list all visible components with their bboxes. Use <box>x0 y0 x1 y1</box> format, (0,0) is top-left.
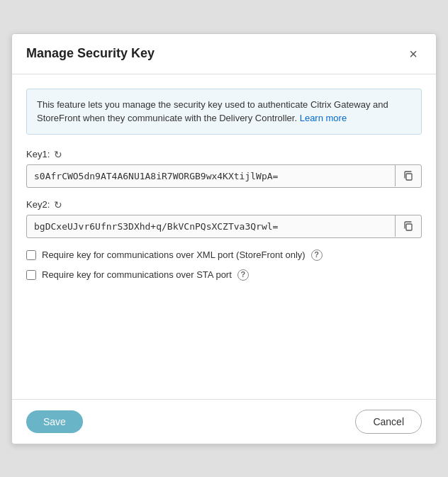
xml-port-label[interactable]: Require key for communications over XML … <box>42 249 306 260</box>
dialog-title: Manage Security Key <box>26 46 155 61</box>
cancel-button[interactable]: Cancel <box>355 410 422 434</box>
learn-more-link[interactable]: Learn more <box>300 113 347 123</box>
key2-input[interactable] <box>27 215 395 237</box>
key1-input[interactable] <box>27 165 395 187</box>
svg-rect-1 <box>406 224 412 230</box>
key2-label-row: Key2: ↻ <box>26 199 422 211</box>
svg-rect-0 <box>406 174 412 180</box>
sta-port-help-icon[interactable]: ? <box>237 269 249 281</box>
key1-copy-button[interactable] <box>395 165 421 186</box>
key1-label: Key1: <box>26 149 50 159</box>
checkbox1-row: Require key for communications over XML … <box>26 249 422 261</box>
key2-refresh-icon[interactable]: ↻ <box>54 199 62 211</box>
key1-refresh-icon[interactable]: ↻ <box>54 149 62 160</box>
manage-security-key-dialog: Manage Security Key × This feature lets … <box>11 33 437 444</box>
xml-port-help-icon[interactable]: ? <box>311 249 323 261</box>
dialog-footer: Save Cancel <box>12 399 436 444</box>
key2-input-wrapper <box>26 215 422 238</box>
save-button[interactable]: Save <box>26 410 83 433</box>
xml-port-checkbox[interactable] <box>26 250 36 260</box>
key2-label: Key2: <box>26 199 50 210</box>
dialog-body: This feature lets you manage the securit… <box>12 74 436 399</box>
key1-input-wrapper <box>26 164 422 188</box>
key2-group: Key2: ↻ <box>26 199 422 238</box>
key2-copy-button[interactable] <box>395 215 421 237</box>
dialog-header: Manage Security Key × <box>12 34 436 74</box>
close-button[interactable]: × <box>405 45 422 62</box>
key1-label-row: Key1: ↻ <box>26 149 422 160</box>
info-box: This feature lets you manage the securit… <box>26 89 422 135</box>
copy-icon <box>403 170 414 181</box>
sta-port-checkbox[interactable] <box>26 270 36 280</box>
key1-group: Key1: ↻ <box>26 149 422 188</box>
copy-icon-2 <box>403 220 414 232</box>
sta-port-label[interactable]: Require key for communications over STA … <box>42 269 232 280</box>
checkbox2-row: Require key for communications over STA … <box>26 269 422 281</box>
